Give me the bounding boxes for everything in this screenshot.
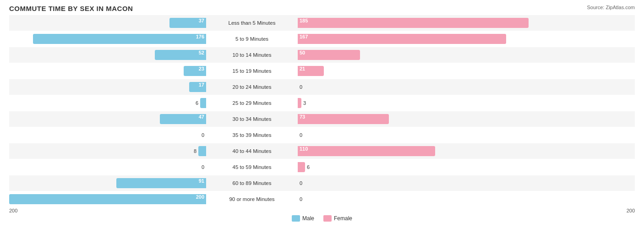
male-section: 37 [9,15,206,31]
table-row: 840 to 44 Minutes110 [9,143,635,159]
male-bar: 176 [33,34,206,44]
female-section: 50 [298,47,547,63]
male-value: 17 [199,82,204,87]
female-value: 21 [300,66,305,71]
male-section: 0 [9,159,206,175]
male-bar: 23 [184,66,206,76]
row-label: 90 or more Minutes [206,196,298,202]
row-label: 25 to 29 Minutes [206,100,298,106]
female-section: 110 [298,143,547,159]
male-section: 0 [9,127,206,143]
row-label: 45 to 59 Minutes [206,164,298,170]
male-section: 176 [9,31,206,47]
female-value: 6 [307,164,310,170]
female-bar: 50 [298,50,360,60]
male-section: 91 [9,175,206,191]
legend-female-box [323,215,332,222]
male-section: 6 [9,95,206,111]
legend-male-box [292,215,300,222]
female-value: 0 [300,132,302,138]
male-value: 37 [199,18,204,23]
male-value: 200 [196,194,204,200]
row-label: 10 to 14 Minutes [206,52,298,58]
female-value: 0 [300,84,302,90]
male-bar [200,98,206,108]
legend-female: Female [323,215,352,222]
male-bar: 52 [155,50,206,60]
male-bar: 17 [189,82,206,92]
legend-male-label: Male [302,215,314,222]
female-bar [298,162,305,172]
chart-legend: Male Female [9,215,635,222]
female-section: 0 [298,191,547,207]
female-value: 50 [300,50,305,55]
table-row: 035 to 39 Minutes0 [9,127,635,143]
male-section: 8 [9,143,206,159]
chart-rows: 37Less than 5 Minutes1851765 to 9 Minute… [9,15,635,207]
male-bar [198,146,206,156]
male-value: 6 [196,100,198,106]
row-label: Less than 5 Minutes [206,20,298,26]
row-label: 60 to 89 Minutes [206,180,298,186]
female-bar [298,98,301,108]
table-row: 4730 to 34 Minutes73 [9,111,635,127]
row-label: 20 to 24 Minutes [206,84,298,90]
male-value: 8 [194,148,196,154]
female-value: 3 [303,100,306,106]
female-section: 3 [298,95,547,111]
female-value: 0 [300,180,302,186]
female-value: 185 [300,18,308,23]
table-row: 1720 to 24 Minutes0 [9,79,635,95]
male-value: 0 [202,132,204,138]
male-bar: 200 [9,194,206,204]
axis-left: 200 [9,208,17,213]
row-label: 35 to 39 Minutes [206,132,298,138]
chart-container: COMMUTE TIME BY SEX IN MACON Source: Zip… [0,0,644,239]
row-label: 30 to 34 Minutes [206,116,298,122]
legend-female-label: Female [334,215,352,222]
male-section: 47 [9,111,206,127]
male-value: 176 [196,34,204,39]
male-bar: 37 [169,18,206,28]
chart-title: COMMUTE TIME BY SEX IN MACON [9,5,635,12]
female-value: 0 [300,196,302,202]
row-label: 5 to 9 Minutes [206,36,298,42]
row-label: 15 to 19 Minutes [206,68,298,74]
male-value: 0 [202,164,204,170]
male-value: 52 [199,50,204,55]
male-section: 23 [9,63,206,79]
table-row: 37Less than 5 Minutes185 [9,15,635,31]
female-value: 167 [300,34,308,39]
table-row: 045 to 59 Minutes6 [9,159,635,175]
male-section: 200 [9,191,206,207]
female-bar: 73 [298,114,389,124]
female-section: 6 [298,159,547,175]
row-label: 40 to 44 Minutes [206,148,298,154]
male-value: 91 [199,178,204,184]
axis-right: 200 [627,208,635,213]
male-bar: 91 [116,178,206,188]
axis-labels: 200 200 [9,208,635,213]
source-label: Source: ZipAtlas.com [587,5,635,10]
male-section: 52 [9,47,206,63]
male-value: 47 [199,114,204,120]
male-bar: 47 [160,114,206,124]
female-bar: 185 [298,18,529,28]
table-row: 5210 to 14 Minutes50 [9,47,635,63]
female-bar: 167 [298,34,506,44]
female-section: 167 [298,31,547,47]
female-section: 0 [298,127,547,143]
table-row: 20090 or more Minutes0 [9,191,635,207]
legend-male: Male [292,215,314,222]
table-row: 2315 to 19 Minutes21 [9,63,635,79]
female-section: 185 [298,15,547,31]
female-bar: 110 [298,146,435,156]
female-section: 73 [298,111,547,127]
table-row: 1765 to 9 Minutes167 [9,31,635,47]
male-value: 23 [199,66,204,71]
table-row: 9160 to 89 Minutes0 [9,175,635,191]
female-value: 73 [300,114,305,120]
table-row: 625 to 29 Minutes3 [9,95,635,111]
female-section: 21 [298,63,547,79]
female-section: 0 [298,79,547,95]
